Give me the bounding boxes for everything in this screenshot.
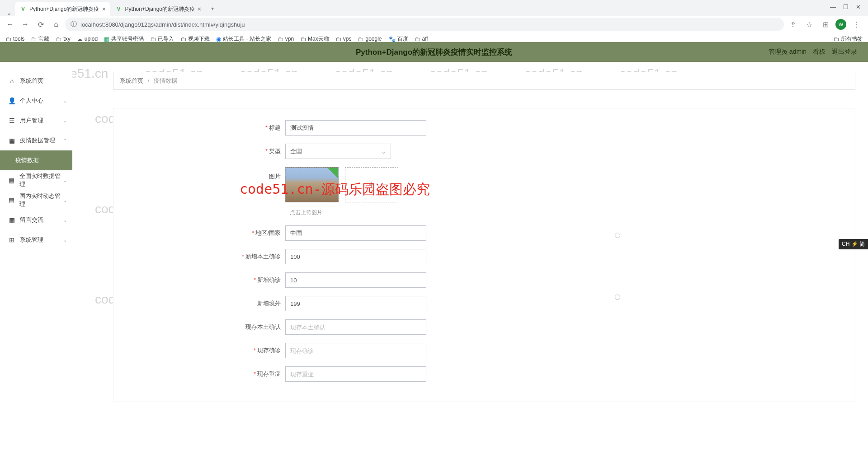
reload-button[interactable]: ⟳ bbox=[34, 18, 47, 31]
page-title: Python+Django的新冠肺炎疫情实时监控系统 bbox=[356, 47, 512, 57]
close-button[interactable]: ✕ bbox=[856, 4, 861, 10]
sidebar-item-domestic-realtime[interactable]: ▤国内实时动态管理⌄ bbox=[0, 190, 72, 210]
title-label: *标题 bbox=[113, 124, 285, 132]
bookmark-item[interactable]: 🗀宝藏 bbox=[31, 35, 49, 43]
new-abroad-input[interactable] bbox=[285, 296, 426, 311]
tab-title: Python+Django的新冠肺炎疫 bbox=[125, 5, 195, 13]
tab-title: Python+Django的新冠肺炎疫 bbox=[29, 5, 99, 13]
extensions-icon[interactable]: ⊞ bbox=[819, 18, 832, 31]
upload-hint: 点击上传图片 bbox=[290, 209, 855, 216]
bookmark-item[interactable]: 🗀已导入 bbox=[150, 35, 174, 43]
link-icon: ◉ bbox=[216, 36, 221, 42]
exist-severe-label: *现存重症 bbox=[113, 370, 285, 378]
chevron-down-icon: ⌄ bbox=[63, 98, 67, 103]
app-root: Python+Django的新冠肺炎疫情实时监控系统 管理员 admin 看板 … bbox=[0, 42, 868, 468]
form-panel: *标题 *类型 全国⌄ 图片 + 点击上传图片 *地区/国家 bbox=[113, 108, 855, 402]
chevron-down-icon: ⌄ bbox=[63, 178, 67, 183]
breadcrumb: 系统首页 / 疫情数据 bbox=[113, 72, 855, 90]
favicon-icon: V bbox=[19, 5, 27, 13]
folder-icon: 🗀 bbox=[31, 36, 37, 42]
exist-local-input[interactable] bbox=[285, 319, 426, 335]
region-input[interactable] bbox=[285, 225, 426, 241]
add-image-button[interactable]: + bbox=[345, 167, 398, 202]
user-label[interactable]: 管理员 admin bbox=[769, 48, 807, 56]
new-confirm-input[interactable] bbox=[285, 272, 426, 288]
chevron-down-icon: ⌄ bbox=[63, 198, 67, 203]
title-input[interactable] bbox=[285, 120, 426, 136]
bookmark-item[interactable]: 🗀google bbox=[358, 36, 382, 42]
local-new-input[interactable] bbox=[285, 249, 426, 264]
grid-icon: ⊞ bbox=[8, 236, 15, 243]
home-icon: ⌂ bbox=[8, 77, 15, 84]
all-bookmarks-button[interactable]: 🗀所有书签 bbox=[833, 35, 863, 43]
logout-link[interactable]: 退出登录 bbox=[832, 48, 857, 56]
folder-icon: 🗀 bbox=[278, 36, 283, 42]
cloud-icon: ☁ bbox=[77, 36, 83, 42]
breadcrumb-current: 疫情数据 bbox=[154, 77, 177, 84]
forward-button[interactable]: → bbox=[19, 18, 32, 31]
grid-icon: ▦ bbox=[8, 137, 15, 144]
chevron-down-icon: ⌄ bbox=[63, 118, 67, 123]
bookmark-item[interactable]: 🗀tools bbox=[5, 36, 24, 42]
user-icon: 👤 bbox=[8, 97, 15, 104]
type-select[interactable]: 全国⌄ bbox=[285, 144, 391, 159]
ime-indicator[interactable]: CH ⚡ 简 bbox=[839, 239, 868, 249]
bookmark-item[interactable]: 🗀vps bbox=[335, 36, 352, 42]
exist-severe-input[interactable] bbox=[285, 366, 426, 382]
home-button[interactable]: ⌂ bbox=[50, 18, 62, 31]
close-icon[interactable]: × bbox=[198, 5, 201, 13]
uploaded-image-thumb[interactable] bbox=[285, 167, 339, 202]
url-text: localhost:8080/django912qs/admin/dist/in… bbox=[80, 21, 245, 28]
sidebar-item-system-mgr[interactable]: ⊞系统管理⌄ bbox=[0, 230, 72, 250]
bookmark-item[interactable]: 🗀视频下载 bbox=[180, 35, 210, 43]
share-icon[interactable]: ⇪ bbox=[787, 18, 799, 31]
profile-avatar[interactable]: W bbox=[835, 19, 846, 30]
chevron-down-icon: ⌄ bbox=[63, 238, 67, 243]
browser-tab-inactive[interactable]: V Python+Django的新冠肺炎疫 × bbox=[111, 2, 206, 16]
bookmark-item[interactable]: 🗀txy bbox=[56, 36, 70, 42]
sidebar-item-messages[interactable]: ▦留言交流⌄ bbox=[0, 210, 72, 230]
bookmark-icon[interactable]: ☆ bbox=[803, 18, 816, 31]
bookmark-item[interactable]: 🐾百度 bbox=[388, 35, 408, 43]
folder-icon: 🗀 bbox=[358, 36, 363, 42]
tab-search-button[interactable]: ⌄ bbox=[4, 9, 14, 16]
sidebar-item-users[interactable]: ☰用户管理⌄ bbox=[0, 111, 72, 131]
folder-icon: 🗀 bbox=[56, 36, 61, 42]
address-bar[interactable]: ⓘ localhost:8080/django912qs/admin/dist/… bbox=[65, 18, 784, 31]
bookmark-item[interactable]: 🗀vpn bbox=[278, 36, 294, 42]
folder-icon: 🗀 bbox=[300, 36, 306, 42]
folder-icon: 🗀 bbox=[180, 36, 186, 42]
new-abroad-label: 新增境外 bbox=[113, 300, 285, 308]
breadcrumb-home[interactable]: 系统首页 bbox=[120, 77, 143, 84]
new-tab-button[interactable]: + bbox=[206, 2, 219, 16]
exist-confirm-input[interactable] bbox=[285, 343, 426, 358]
folder-icon: 🗀 bbox=[833, 36, 839, 42]
sidebar-item-epidemic-data[interactable]: 疫情数据 bbox=[0, 150, 72, 170]
close-icon[interactable]: × bbox=[102, 5, 105, 13]
bookmark-item[interactable]: ☁uplod bbox=[77, 36, 98, 42]
sidebar-item-national-realtime[interactable]: ▦全国实时数据管理⌄ bbox=[0, 170, 72, 190]
sidebar-item-profile[interactable]: 👤个人中心⌄ bbox=[0, 91, 72, 111]
chevron-down-icon: ⌄ bbox=[381, 148, 386, 155]
sidebar-item-home[interactable]: ⌂系统首页 bbox=[0, 71, 72, 91]
browser-chrome: — ❐ ✕ ⌄ V Python+Django的新冠肺炎疫 × V Python… bbox=[0, 0, 868, 42]
image-label: 图片 bbox=[113, 167, 285, 181]
sidebar-item-epidemic-data-mgr[interactable]: ▦疫情数据管理⌃ bbox=[0, 131, 72, 150]
chevron-down-icon: ⌄ bbox=[63, 218, 67, 223]
bookmark-item[interactable]: ◉站长工具 - 站长之家 bbox=[216, 35, 271, 43]
grid-icon: ▦ bbox=[8, 177, 15, 184]
bookmark-item[interactable]: ▦共享账号密码 bbox=[104, 35, 144, 43]
exist-local-label: 现存本土确认 bbox=[113, 323, 285, 331]
new-confirm-label: *新增确诊 bbox=[113, 276, 285, 284]
radio-mark bbox=[615, 233, 620, 238]
menu-icon[interactable]: ⋮ bbox=[850, 18, 863, 31]
header-actions: 管理员 admin 看板 退出登录 bbox=[769, 48, 857, 56]
browser-tab-active[interactable]: V Python+Django的新冠肺炎疫 × bbox=[15, 2, 110, 16]
site-info-icon[interactable]: ⓘ bbox=[71, 20, 77, 28]
bookmark-item[interactable]: 🗀aff bbox=[415, 36, 428, 42]
dashboard-link[interactable]: 看板 bbox=[813, 48, 826, 56]
back-button[interactable]: ← bbox=[4, 18, 16, 31]
max-button[interactable]: ❐ bbox=[843, 4, 849, 10]
bookmark-item[interactable]: 🗀Max云梯 bbox=[300, 35, 329, 43]
min-button[interactable]: — bbox=[830, 4, 836, 10]
